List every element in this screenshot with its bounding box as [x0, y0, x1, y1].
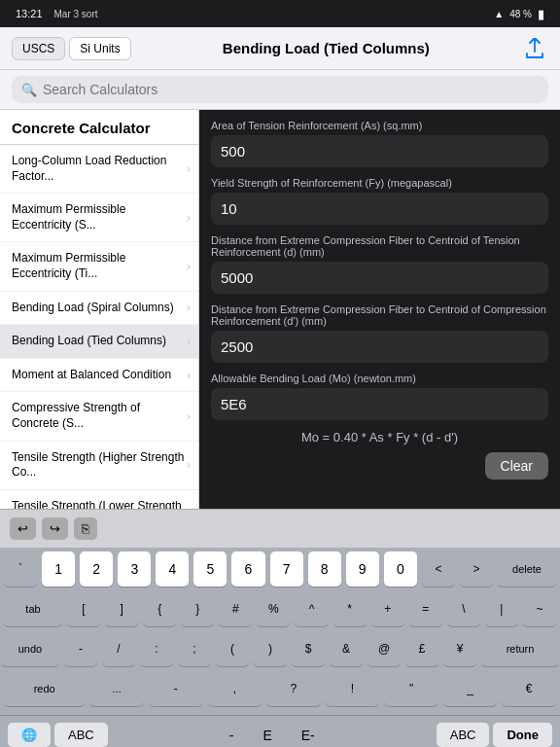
key-minus[interactable]: - [64, 631, 97, 666]
key-dash-bottom[interactable]: - [229, 728, 234, 743]
uscs-button[interactable]: USCS [12, 37, 65, 60]
field-label-dprime: Distance from Extreme Compression Fiber … [211, 303, 548, 327]
key-colon[interactable]: : [140, 631, 173, 666]
search-bar: 🔍 [0, 70, 560, 110]
field-input-d[interactable] [211, 262, 548, 294]
key-delete[interactable]: delete [498, 551, 556, 587]
key-equals[interactable]: = [409, 591, 442, 626]
key-redo[interactable]: redo [4, 671, 85, 706]
key-comma[interactable]: , [208, 671, 262, 706]
sidebar-item-label-5: Moment at Balanced Condition [12, 368, 187, 383]
key-lcurly[interactable]: { [143, 591, 176, 626]
key-question[interactable]: ? [266, 671, 321, 706]
field-group-as: Area of Tension Reinforcement (As) (sq.m… [211, 120, 548, 167]
key-rparen[interactable]: ) [254, 631, 287, 666]
key-lt[interactable]: < [422, 551, 455, 587]
key-6[interactable]: 6 [231, 551, 264, 587]
sidebar-item-8[interactable]: Tensile Strength (Lower Strength Con...› [0, 490, 198, 509]
abc-left-button[interactable]: ABC [54, 723, 108, 747]
key-9[interactable]: 9 [346, 551, 379, 587]
sidebar-item-5[interactable]: Moment at Balanced Condition› [0, 359, 198, 393]
keyboard-toolbar: ↩ ↪ ⎘ [0, 509, 560, 548]
key-exclaim[interactable]: ! [326, 671, 380, 706]
key-lbracket[interactable]: [ [67, 591, 100, 626]
sidebar-item-3[interactable]: Bending Load (Spiral Columns)› [0, 292, 198, 326]
search-wrap: 🔍 [12, 76, 548, 103]
field-group-dprime: Distance from Extreme Compression Fiber … [211, 303, 548, 363]
sidebar-item-7[interactable]: Tensile Strength (Higher Strength Co...› [0, 442, 198, 490]
key-ellipsis[interactable]: ... [89, 671, 144, 706]
sidebar-item-6[interactable]: Compressive Strength of Concrete (S...› [0, 392, 198, 441]
key-8[interactable]: 8 [308, 551, 341, 587]
sidebar-item-label-6: Compressive Strength of Concrete (S... [12, 401, 187, 431]
key-ampersand[interactable]: & [330, 631, 363, 666]
key-tilde[interactable]: ~ [523, 591, 556, 626]
key-backslash[interactable]: \ [447, 591, 480, 626]
key-underscore[interactable]: _ [443, 671, 498, 706]
key-plus[interactable]: + [371, 591, 404, 626]
key-lparen[interactable]: ( [216, 631, 249, 666]
key-asterisk[interactable]: * [333, 591, 367, 626]
globe-button[interactable]: 🌐 [8, 723, 51, 747]
key-return[interactable]: return [481, 631, 559, 666]
bottom-left: 🌐 ABC [8, 723, 108, 747]
keyboard-area: ` 1 2 3 4 5 6 7 8 9 0 < > delete tab [ ]… [0, 548, 560, 715]
field-input-fy[interactable] [211, 193, 548, 225]
key-dollar[interactable]: $ [292, 631, 325, 666]
redo-button[interactable]: ↪ [42, 517, 68, 540]
field-input-dprime[interactable] [211, 331, 548, 363]
key-5[interactable]: 5 [193, 551, 227, 587]
paste-button[interactable]: ⎘ [74, 517, 97, 540]
main-content: Concrete Calculator Long-Column Load Red… [0, 110, 560, 509]
key-tab[interactable]: tab [4, 591, 62, 626]
keyboard-row-3: undo - / : ; ( ) $ & @ £ ¥ return [4, 631, 556, 666]
key-hash[interactable]: # [219, 591, 252, 626]
sidebar: Concrete Calculator Long-Column Load Red… [0, 110, 199, 509]
key-E[interactable]: E [262, 728, 271, 743]
key-gt[interactable]: > [460, 551, 493, 587]
key-rbracket[interactable]: ] [105, 591, 138, 626]
sidebar-item-0[interactable]: Long-Column Load Reduction Factor...› [0, 145, 198, 194]
key-euro[interactable]: € [502, 671, 556, 706]
search-input[interactable] [43, 82, 539, 97]
key-3[interactable]: 3 [118, 551, 151, 587]
status-bar: 13:21 Mar 3 sort ▲ 48 % ▮ [0, 0, 560, 27]
sidebar-chevron-8: › [187, 507, 191, 509]
wifi-icon: ▲ [494, 9, 504, 19]
key-at[interactable]: @ [368, 631, 401, 666]
sidebar-chevron-4: › [187, 335, 191, 348]
nav-title: Bending Load (Tied Columns) [131, 40, 521, 56]
sidebar-item-2[interactable]: Maximum Permissible Eccentricity (Ti...› [0, 242, 198, 291]
key-E-minus[interactable]: E- [301, 728, 315, 743]
key-minus2[interactable]: - [149, 671, 203, 706]
sidebar-item-1[interactable]: Maximum Permissible Eccentricity (S...› [0, 194, 198, 242]
field-input-as[interactable] [211, 135, 548, 167]
battery-icon: ▮ [538, 7, 544, 21]
key-semicolon[interactable]: ; [178, 631, 211, 666]
key-2[interactable]: 2 [80, 551, 113, 587]
key-7[interactable]: 7 [270, 551, 303, 587]
field-input-mo[interactable] [211, 388, 548, 420]
key-rcurly[interactable]: } [181, 591, 214, 626]
key-0[interactable]: 0 [384, 551, 417, 587]
done-button[interactable]: Done [493, 723, 552, 747]
key-quote[interactable]: " [384, 671, 438, 706]
key-yen[interactable]: ¥ [443, 631, 476, 666]
key-backtick[interactable]: ` [4, 551, 37, 587]
share-button[interactable] [521, 35, 548, 62]
sidebar-item-4[interactable]: Bending Load (Tied Columns)› [0, 325, 198, 359]
key-percent[interactable]: % [257, 591, 290, 626]
key-4[interactable]: 4 [156, 551, 189, 587]
key-pound[interactable]: £ [405, 631, 438, 666]
abc-right-button[interactable]: ABC [437, 723, 490, 747]
field-label-mo: Allowable Bending Load (Mo) (newton.mm) [211, 373, 548, 384]
si-units-button[interactable]: Si Units [69, 37, 130, 60]
clear-button[interactable]: Clear [485, 452, 548, 480]
undo-button[interactable]: ↩ [10, 517, 36, 540]
key-slash[interactable]: / [102, 631, 135, 666]
sidebar-item-label-2: Maximum Permissible Eccentricity (Ti... [12, 251, 187, 281]
key-1[interactable]: 1 [42, 551, 75, 587]
key-undo[interactable]: undo [1, 631, 59, 666]
key-caret[interactable]: ^ [295, 591, 328, 626]
key-pipe[interactable]: | [485, 591, 518, 626]
